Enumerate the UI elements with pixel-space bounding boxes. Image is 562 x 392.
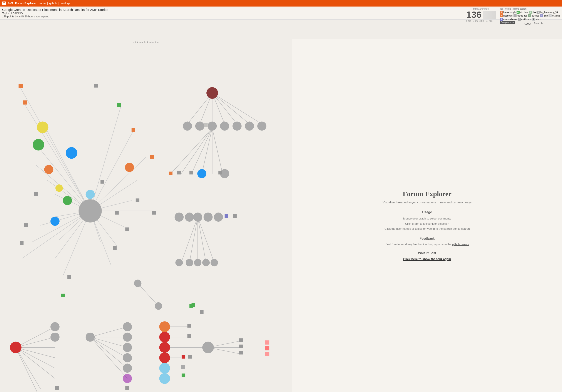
- svg-rect-102: [169, 172, 173, 175]
- nav-home[interactable]: home: [38, 2, 46, 5]
- topics-value[interactable]: LOADING: [11, 12, 23, 15]
- svg-point-116: [186, 259, 193, 266]
- svg-rect-154: [239, 351, 243, 354]
- svg-point-121: [134, 280, 141, 287]
- panel-subtitle: Visualize threaded async conversations i…: [383, 201, 471, 204]
- svg-point-137: [123, 343, 132, 352]
- nav-github[interactable]: github: [49, 2, 57, 5]
- total-comments-number: 136: [466, 10, 481, 19]
- svg-point-98: [233, 122, 242, 131]
- main-content: click to unlock selection: [0, 39, 562, 392]
- header: Y FeX: ForumExplorer home | github | set…: [0, 0, 562, 7]
- topics-label: Topics:: [2, 12, 10, 15]
- svg-point-124: [10, 342, 22, 353]
- svg-point-126: [50, 333, 59, 342]
- usage-text: Mouse over graph to select comments Clic…: [385, 216, 470, 231]
- unlock-hint: click to unlock selection: [134, 41, 159, 44]
- points: 139: [2, 15, 7, 18]
- svg-rect-107: [218, 171, 222, 175]
- svg-point-93: [206, 87, 218, 99]
- search-input[interactable]: [534, 22, 560, 25]
- svg-rect-85: [113, 246, 117, 250]
- poster-dk[interactable]: 3dk-: [529, 11, 536, 14]
- svg-point-135: [123, 322, 132, 331]
- poster-mises[interactable]: 2mises: [532, 18, 541, 21]
- github-issues-link[interactable]: github issues: [452, 243, 469, 246]
- expand-link[interactable]: expand: [41, 15, 49, 18]
- svg-point-94: [183, 122, 192, 131]
- poster-lozenge[interactable]: 3lozenge: [528, 14, 539, 17]
- svg-point-136: [123, 333, 132, 342]
- poster-blub[interactable]: 3blub: [540, 14, 548, 17]
- poster-memo-ree[interactable]: 3memo_ree: [514, 14, 527, 17]
- poster-hn-throwaway[interactable]: 3hn_throwaway_99: [537, 11, 558, 14]
- total-comments: total comments 136 9 hrs 6 hrs 3 hrs 57 …: [466, 8, 496, 22]
- svg-point-97: [220, 122, 229, 131]
- poster-marcosdumay[interactable]: 3marcosdumay: [500, 18, 517, 21]
- svg-rect-91: [200, 310, 204, 314]
- top-posters-title: Top Posters (click to search): [500, 8, 560, 10]
- graph-area[interactable]: click to unlock selection: [0, 39, 292, 392]
- top-posters-row1: 6lwansbrough 4stephenr 3dk- 3hn_throwawa…: [500, 11, 560, 14]
- poster-lacquesm[interactable]: 3lacquesm: [500, 14, 513, 17]
- svg-rect-80: [94, 84, 98, 87]
- svg-rect-106: [189, 171, 193, 175]
- graph-canvas[interactable]: [0, 39, 292, 392]
- panel-title: Forum Explorer: [403, 190, 452, 198]
- svg-rect-66: [132, 128, 135, 132]
- svg-rect-123: [192, 303, 195, 307]
- svg-rect-87: [152, 211, 156, 214]
- poster-rhizome[interactable]: 3rhizome: [549, 14, 560, 17]
- author-link[interactable]: anfilt: [19, 15, 24, 18]
- svg-point-128: [159, 332, 170, 342]
- sparkline: [483, 11, 496, 19]
- svg-rect-78: [24, 223, 28, 227]
- svg-rect-81: [117, 103, 121, 107]
- svg-rect-142: [187, 324, 191, 328]
- svg-point-109: [185, 213, 194, 222]
- svg-rect-86: [136, 198, 140, 202]
- svg-rect-150: [265, 352, 269, 356]
- svg-rect-67: [150, 155, 154, 159]
- svg-point-129: [159, 342, 170, 353]
- svg-point-71: [56, 184, 63, 192]
- svg-point-118: [202, 259, 210, 266]
- svg-point-100: [257, 122, 266, 131]
- poster-lwansbrough[interactable]: 6lwansbrough: [500, 11, 516, 14]
- svg-point-132: [123, 374, 132, 383]
- svg-rect-88: [67, 275, 71, 279]
- svg-point-112: [214, 213, 223, 222]
- svg-point-72: [63, 196, 72, 205]
- svg-point-108: [175, 213, 184, 222]
- svg-point-103: [197, 169, 206, 178]
- about-search: About: [524, 22, 560, 25]
- feedback-text: Feel free to send any feedback or bug re…: [386, 243, 469, 246]
- svg-point-134: [86, 333, 95, 342]
- about-link[interactable]: About: [524, 22, 531, 25]
- svg-rect-105: [177, 171, 181, 175]
- svg-rect-89: [61, 294, 65, 297]
- svg-rect-101: [204, 123, 208, 127]
- svg-point-95: [195, 122, 204, 131]
- svg-rect-64: [19, 84, 23, 88]
- svg-point-70: [44, 165, 53, 174]
- svg-point-131: [159, 363, 170, 373]
- svg-rect-82: [101, 180, 104, 184]
- svg-point-133: [159, 373, 170, 384]
- tour-link[interactable]: Click here to show the tour again: [403, 257, 451, 261]
- poster-stephenr[interactable]: 4stephenr: [516, 11, 528, 14]
- right-panel: Forum Explorer Visualize threaded async …: [292, 39, 562, 392]
- logo: Y: [2, 1, 6, 5]
- svg-point-127: [159, 321, 170, 332]
- svg-point-69: [33, 139, 44, 150]
- svg-point-111: [204, 213, 213, 222]
- poster-mattkevan[interactable]: 2mattkevan: [518, 18, 531, 21]
- svg-rect-144: [182, 355, 185, 358]
- app-title: FeX: ForumExplorer: [8, 1, 37, 5]
- top-posters-row3: 3marcosdumay 2mattkevan 2mises: [500, 18, 560, 21]
- svg-rect-145: [188, 355, 192, 358]
- svg-point-110: [193, 213, 202, 222]
- svg-rect-140: [125, 386, 129, 390]
- svg-point-119: [211, 259, 218, 266]
- nav-settings[interactable]: settings: [60, 2, 70, 5]
